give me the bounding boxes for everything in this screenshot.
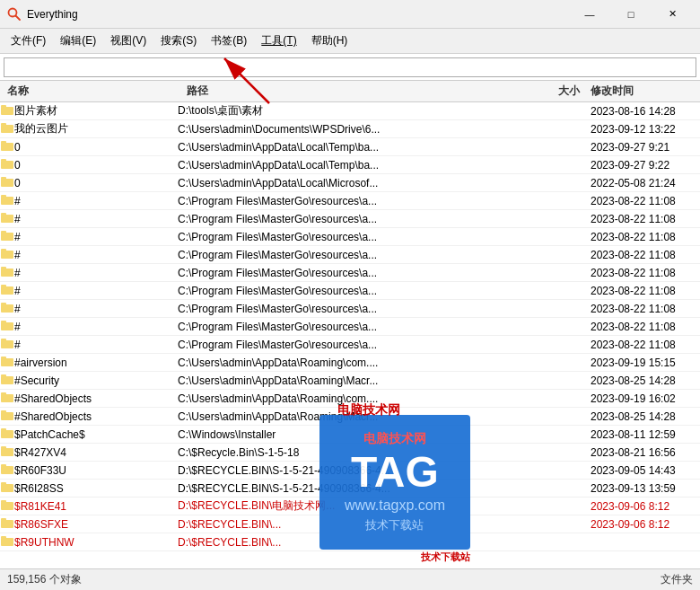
svg-rect-34	[1, 376, 13, 384]
svg-rect-31	[1, 339, 6, 341]
table-row[interactable]: #C:\Program Files\MasterGo\resources\a..…	[0, 246, 700, 264]
col-header-path[interactable]: 路径	[179, 84, 538, 99]
svg-rect-46	[1, 484, 13, 492]
row-path: C:\Windows\Installer	[174, 428, 538, 441]
svg-rect-26	[1, 304, 13, 313]
table-row[interactable]: #C:\Program Files\MasterGo\resources\a..…	[0, 210, 700, 228]
minimize-button[interactable]: —	[569, 0, 610, 29]
folder-icon	[0, 156, 14, 173]
row-modified: 2023-08-11 12:59	[583, 428, 700, 441]
svg-rect-33	[1, 357, 6, 359]
folder-icon	[0, 390, 14, 407]
title-bar: Everything — □ ✕	[0, 0, 700, 29]
folder-icon	[0, 102, 14, 119]
row-name: #	[14, 249, 174, 261]
table-row[interactable]: 0C:\Users\admin\AppData\Local\Temp\ba...…	[0, 156, 700, 174]
table-row[interactable]: $PatchCache$C:\Windows\Installer2023-08-…	[0, 426, 700, 444]
row-name: #	[14, 195, 174, 207]
svg-rect-11	[1, 159, 6, 162]
row-path: C:\Users\admin\AppData\Local\Temp\ba...	[174, 159, 538, 172]
status-count: 159,156 个对象	[7, 572, 82, 587]
table-row[interactable]: $R9UTHNWD:\$RECYCLE.BIN\...	[0, 533, 700, 551]
row-name: #Security	[14, 374, 174, 387]
folder-icon	[0, 318, 14, 335]
row-name: $R6I28SS	[14, 482, 174, 495]
table-row[interactable]: 0C:\Users\admin\AppData\Local\Temp\ba...…	[0, 138, 700, 156]
table-row[interactable]: #C:\Program Files\MasterGo\resources\a..…	[0, 318, 700, 336]
svg-rect-52	[1, 538, 13, 546]
table-row[interactable]: $R86SFXED:\$RECYCLE.BIN\...2023-09-06 8:…	[0, 515, 700, 533]
menu-edit[interactable]: 编辑(E)	[53, 30, 103, 52]
row-modified: 2023-09-05 14:43	[583, 464, 700, 477]
table-row[interactable]: #C:\Program Files\MasterGo\resources\a..…	[0, 282, 700, 300]
svg-rect-32	[1, 358, 13, 366]
menu-tools[interactable]: 工具(T)	[254, 30, 303, 52]
folder-icon	[0, 264, 14, 281]
table-row[interactable]: #SharedObjectsC:\Users\admin\AppData\Roa…	[0, 408, 700, 426]
row-modified: 2023-08-22 11:08	[583, 285, 700, 297]
table-row[interactable]: #SharedObjectsC:\Users\admin\AppData\Roa…	[0, 390, 700, 408]
svg-rect-8	[1, 143, 13, 151]
table-row[interactable]: #airversionC:\Users\admin\AppData\Roamin…	[0, 354, 700, 372]
svg-rect-13	[1, 177, 6, 180]
svg-rect-51	[1, 518, 6, 521]
svg-rect-19	[1, 231, 6, 233]
table-row[interactable]: $R81KE41D:\$RECYCLE.BIN\电脑技术网...2023-09-…	[0, 498, 700, 515]
table-row[interactable]: #C:\Program Files\MasterGo\resources\a..…	[0, 336, 700, 354]
row-name: #	[14, 321, 174, 333]
table-row[interactable]: #C:\Program Files\MasterGo\resources\a..…	[0, 264, 700, 282]
row-name: #	[14, 231, 174, 243]
menu-view[interactable]: 视图(V)	[103, 30, 153, 52]
svg-rect-50	[1, 520, 13, 528]
row-modified: 2023-08-22 11:08	[583, 339, 700, 351]
menu-file[interactable]: 文件(F)	[4, 30, 53, 52]
table-row[interactable]: #C:\Program Files\MasterGo\resources\a..…	[0, 228, 700, 246]
table-row[interactable]: $R60F33UD:\$RECYCLE.BIN\S-1-5-21-4909083…	[0, 462, 700, 480]
col-header-size[interactable]: 大小	[538, 84, 583, 99]
folder-icon	[0, 192, 14, 209]
row-modified: 2023-09-27 9:22	[583, 159, 700, 172]
maximize-button[interactable]: □	[610, 0, 652, 29]
svg-rect-4	[1, 107, 13, 115]
menu-search[interactable]: 搜索(S)	[153, 30, 204, 52]
svg-rect-6	[1, 125, 13, 133]
col-header-modified[interactable]: 修改时间	[583, 84, 700, 99]
table-row[interactable]: #C:\Program Files\MasterGo\resources\a..…	[0, 192, 700, 210]
table-row[interactable]: $R6I28SSD:\$RECYCLE.BIN\S-1-5-21-4909083…	[0, 480, 700, 498]
row-path: D:\$RECYCLE.BIN\...	[174, 536, 538, 549]
row-modified: 2023-08-25 14:28	[583, 410, 700, 423]
menu-help[interactable]: 帮助(H)	[304, 30, 355, 52]
close-button[interactable]: ✕	[652, 0, 693, 29]
menu-bookmarks[interactable]: 书签(B)	[204, 30, 254, 52]
svg-rect-10	[1, 161, 13, 169]
row-path: D:\$RECYCLE.BIN\S-1-5-21-490908366-4...	[174, 482, 538, 495]
row-name: 0	[14, 141, 174, 154]
folder-icon	[0, 228, 14, 245]
svg-rect-30	[1, 340, 13, 348]
row-path: C:\Program Files\MasterGo\resources\a...	[174, 231, 538, 243]
row-name: $R427XV4	[14, 446, 174, 459]
title-bar-title: Everything	[27, 8, 78, 21]
row-path: C:\$Recycle.Bin\S-1-5-18	[174, 446, 538, 459]
svg-rect-27	[1, 303, 6, 305]
table-row[interactable]: 图片素材D:\tools\桌面\素材2023-08-16 14:28	[0, 102, 700, 120]
table-row[interactable]: 0C:\Users\admin\AppData\Local\Microsof..…	[0, 174, 700, 192]
svg-rect-7	[1, 123, 6, 126]
row-name: $R9UTHNW	[14, 536, 174, 549]
row-modified: 2023-08-22 11:08	[583, 321, 700, 333]
search-input[interactable]	[4, 57, 696, 77]
menu-bar: 文件(F) 编辑(E) 视图(V) 搜索(S) 书签(B) 工具(T) 帮助(H…	[0, 29, 700, 54]
table-row[interactable]: #SecurityC:\Users\admin\AppData\Roaming\…	[0, 372, 700, 390]
row-name: #	[14, 285, 174, 297]
col-header-name[interactable]: 名称	[0, 84, 179, 99]
row-modified: 2023-08-22 11:08	[583, 303, 700, 315]
svg-line-1	[16, 15, 21, 20]
table-row[interactable]: 我的云图片C:\Users\admin\Documents\WPSDrive\6…	[0, 120, 700, 138]
row-path: C:\Users\admin\AppData\Local\Microsof...	[174, 177, 538, 189]
table-row[interactable]: $R427XV4C:\$Recycle.Bin\S-1-5-182023-08-…	[0, 444, 700, 462]
table-row[interactable]: #C:\Program Files\MasterGo\resources\a..…	[0, 300, 700, 318]
row-path: D:\$RECYCLE.BIN\电脑技术网...	[174, 498, 538, 514]
row-path: C:\Users\admin\Documents\WPSDrive\6...	[174, 123, 538, 136]
row-name: #SharedObjects	[14, 392, 174, 405]
title-bar-controls: — □ ✕	[569, 0, 693, 29]
